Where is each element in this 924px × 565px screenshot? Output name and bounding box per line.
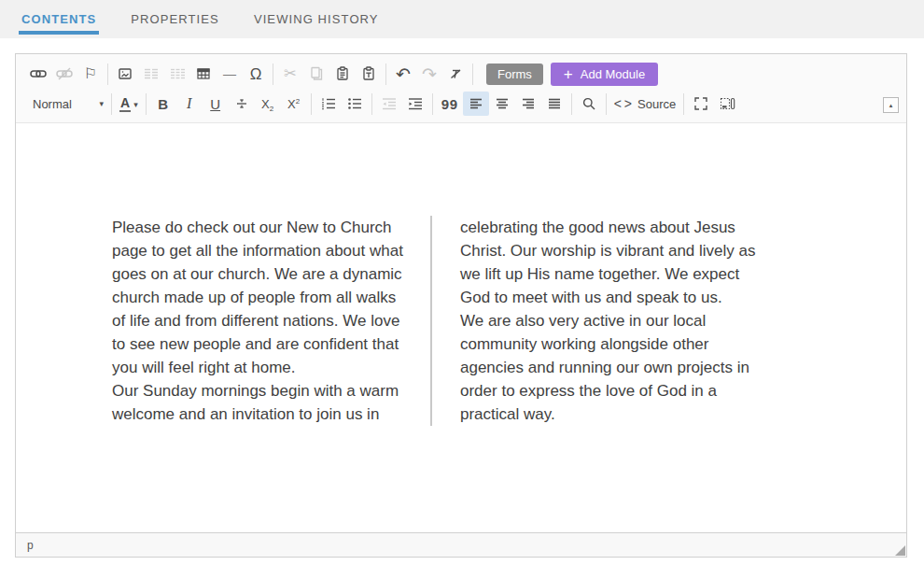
special-character-button[interactable]: Ω [243,62,269,86]
toolbar-separator [311,93,312,115]
text-line: celebrating the good news about Jesus [460,216,780,239]
copy-button[interactable] [303,62,329,86]
blockquote-icon: 99 [441,96,458,112]
toolbar-separator [111,93,112,115]
undo-button[interactable]: ↶ [390,62,416,86]
increase-indent-button[interactable] [402,92,428,116]
bullet-list-icon [347,96,362,111]
redo-icon: ↷ [422,65,437,83]
italic-icon: I [187,95,191,112]
add-module-button[interactable]: + Add Module [551,63,658,86]
superscript-icon: X2 [287,97,300,111]
tab-contents[interactable]: CONTENTS [19,0,99,38]
cut-button[interactable]: ✂ [277,62,303,86]
toolbar-separator [273,64,273,85]
three-column-layout-button[interactable] [164,62,190,86]
link-button[interactable] [25,62,51,86]
paste-as-text-button[interactable] [356,62,382,86]
superscript-button[interactable]: X2 [281,92,307,116]
text-column-right: celebrating the good news about JesusChr… [432,216,780,426]
text-line: of life and from different nations. We l… [112,309,401,332]
maximize-button[interactable] [688,92,714,116]
horizontal-rule-button[interactable]: — [217,62,243,86]
tab-contents-label: CONTENTS [21,12,96,26]
toolbar-separator [371,93,372,115]
image-icon [118,66,133,81]
tab-viewing-history-label: VIEWING HISTORY [254,12,379,26]
forms-button[interactable]: Forms [486,64,543,85]
copy-icon [309,66,324,81]
add-module-button-label: Add Module [581,67,645,81]
numbered-list-button[interactable] [315,92,342,116]
text-line: Please do check out our New to Church [112,216,401,239]
rich-text-editor: ⚐ [15,53,907,558]
insert-table-button[interactable] [190,62,217,86]
code-brackets-icon: <> [614,96,635,111]
source-button[interactable]: <> Source [610,96,680,111]
text-line: community working alongside other [460,332,780,356]
remove-format-button[interactable] [442,62,469,86]
justify-icon [547,96,562,111]
text-line: God to meet with us and speak to us. [460,286,780,309]
underline-icon: U [210,96,220,112]
find-button[interactable] [576,92,602,116]
forms-button-label: Forms [497,67,532,81]
editor-content-area[interactable]: Please do check out our New to Churchpag… [16,123,906,532]
underline-button[interactable]: U [203,92,229,116]
element-path-breadcrumb[interactable]: p [27,539,34,552]
scissors-icon: ✂ [284,66,296,81]
subscript-button[interactable]: X2 [255,92,281,116]
decrease-indent-icon [382,96,397,111]
toolbar-row-2: Normal ▾ A ▾ B I U [25,89,899,119]
toolbar-separator [571,93,572,115]
two-columns-icon [144,66,159,81]
tab-properties[interactable]: PROPERTIES [128,0,222,38]
paste-icon [335,66,350,81]
subscript-icon: X2 [261,97,273,111]
text-line: agencies and running our own projects in [460,356,780,379]
two-column-text-block: Please do check out our New to Churchpag… [16,123,906,426]
text-line: welcome and an invitation to join us in [112,403,401,426]
text-line: church made up of people from all walks [112,286,401,309]
maximize-icon [693,96,708,111]
plus-icon: + [564,66,573,82]
show-blocks-button[interactable] [714,92,740,116]
text-column-left: Please do check out our New to Churchpag… [112,216,432,426]
text-color-button[interactable]: A ▾ [116,93,142,114]
paragraph-format-dropdown[interactable]: Normal ▾ [25,92,107,116]
bullet-list-button[interactable] [342,92,368,116]
text-line: we lift up His name together. We expect [460,262,780,286]
paste-text-icon [361,66,376,81]
italic-button[interactable]: I [176,92,203,116]
tab-viewing-history[interactable]: VIEWING HISTORY [251,0,382,38]
toolbar-separator [107,64,108,85]
bold-icon: B [158,96,168,112]
redo-button[interactable]: ↷ [416,62,442,86]
text-line: to see new people and are confident that [112,332,401,356]
blockquote-button[interactable]: 99 [437,92,463,116]
text-line: order to express the love of God in a [460,379,780,403]
insert-image-button[interactable] [112,62,138,86]
strikethrough-icon [234,96,249,111]
align-right-button[interactable] [515,92,541,116]
unlink-button[interactable] [51,62,77,86]
resize-handle[interactable] [895,545,905,556]
align-right-icon [521,96,536,111]
justify-button[interactable] [541,92,567,116]
text-line: you will feel right at home. [112,356,401,379]
anchor-button[interactable]: ⚐ [77,62,104,86]
strikethrough-button[interactable] [229,92,255,116]
text-line: Our Sunday mornings begin with a warm [112,379,401,403]
bold-button[interactable]: B [150,92,176,116]
link-icon [30,66,47,81]
toolbar-separator [683,93,684,115]
decrease-indent-button[interactable] [376,92,402,116]
omega-icon: Ω [250,66,262,82]
paste-button[interactable] [329,62,356,86]
remove-format-icon [448,66,463,81]
two-column-layout-button[interactable] [138,62,164,86]
align-center-button[interactable] [489,92,515,116]
toolbar-separator [146,93,147,115]
align-left-button[interactable] [463,92,489,116]
collapse-toolbar-button[interactable]: ▴ [883,97,899,113]
